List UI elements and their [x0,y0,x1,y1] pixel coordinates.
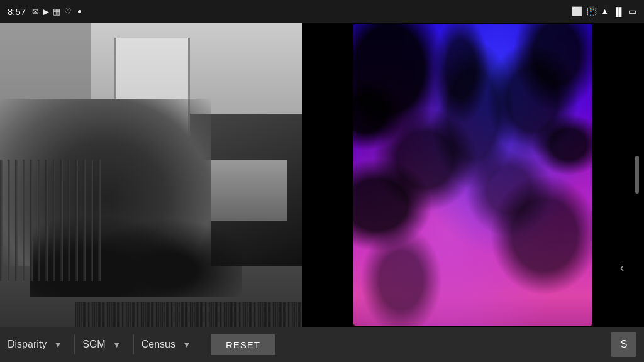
vibrate-icon: 📳 [586,6,597,16]
bottom-toolbar: Disparity ▼ SGM ▼ Census ▼ RESET S [0,327,644,362]
sgm-label: SGM [82,339,105,350]
disparity-dropdown-arrow[interactable]: ▼ [49,336,67,353]
gmail-icon: ✉ [32,7,39,16]
census-dropdown-arrow[interactable]: ▼ [178,336,196,353]
back-arrow-button[interactable]: ‹ [613,258,631,277]
main-content: ‹ [0,23,644,327]
disparity-map-visual [353,24,592,326]
separator-1 [74,334,75,354]
sgm-dropdown-arrow[interactable]: ▼ [108,336,126,353]
census-label: Census [142,339,175,350]
separator-2 [133,334,134,354]
signal-icon: ▐▌ [613,7,625,16]
census-dropdown-group: Census ▼ [142,336,196,353]
left-panel [0,23,302,327]
calendar-icon: ▦ [53,7,60,16]
notification-icons: ✉ ▶ ▦ ♡ [32,7,81,16]
reset-button[interactable]: RESET [211,334,275,355]
wifi-icon: ▲ [601,6,609,16]
time-display: 8:57 [8,6,26,17]
disparity-dropdown-group: Disparity ▼ [8,336,67,353]
sgm-dropdown-group: SGM ▼ [82,336,125,353]
s-button[interactable]: S [611,332,636,357]
status-right-icons: ⬜ 📳 ▲ ▐▌ ▭ [572,6,636,16]
notification-dot [78,10,81,13]
right-panel: ‹ [302,23,644,327]
grayscale-scene [0,23,302,327]
battery-icon: ▭ [628,6,636,16]
cast-icon: ⬜ [572,6,582,16]
scrollbar-handle[interactable] [635,156,639,194]
video-icon: ▶ [43,7,49,16]
fence-area [0,160,106,282]
disparity-label: Disparity [8,339,47,350]
heart-icon: ♡ [64,7,72,16]
vertical-lines-area [75,302,302,327]
status-bar: 8:57 ✉ ▶ ▦ ♡ ⬜ 📳 ▲ ▐▌ ▭ [0,0,644,23]
